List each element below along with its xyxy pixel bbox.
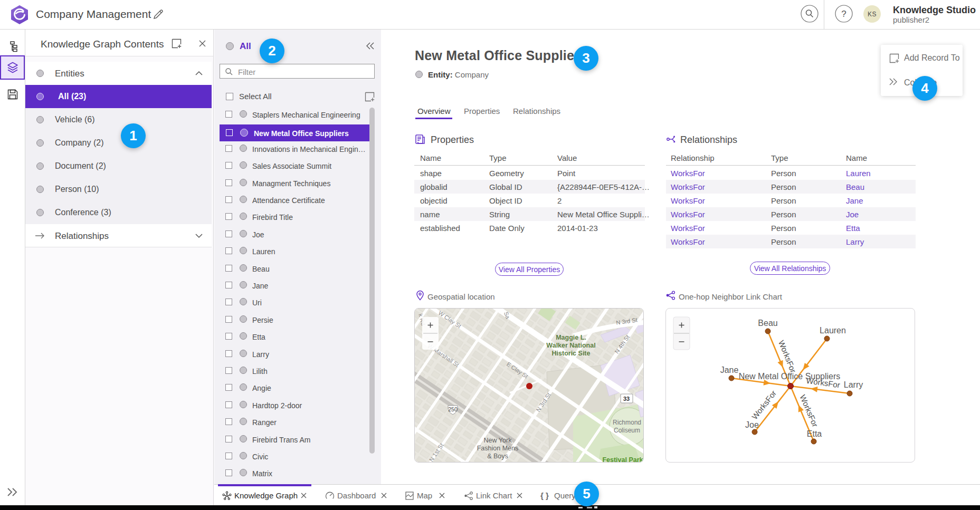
svg-text:Beau: Beau bbox=[758, 319, 777, 328]
svg-text:Coliseum: Coliseum bbox=[614, 427, 640, 434]
svg-text:Joe: Joe bbox=[745, 420, 759, 429]
svg-text:New York: New York bbox=[484, 437, 512, 444]
svg-text:Festival Park: Festival Park bbox=[602, 456, 643, 463]
svg-text:Lauren: Lauren bbox=[820, 326, 846, 335]
svg-text:Fashion Mens: Fashion Mens bbox=[477, 445, 519, 452]
svg-text:Maggie L.: Maggie L. bbox=[556, 334, 586, 341]
svg-text:Richmond: Richmond bbox=[613, 419, 641, 426]
svg-text:Etta: Etta bbox=[807, 429, 822, 438]
svg-text:Larry: Larry bbox=[844, 380, 863, 389]
svg-text:250: 250 bbox=[448, 406, 458, 412]
svg-text:Walker National: Walker National bbox=[546, 342, 595, 349]
svg-text:WorksFor: WorksFor bbox=[777, 339, 798, 374]
svg-text:33: 33 bbox=[623, 396, 630, 402]
svg-text:?: ? bbox=[841, 9, 846, 19]
svg-text:Historic Site: Historic Site bbox=[552, 350, 591, 357]
svg-text:& Boys: & Boys bbox=[487, 453, 508, 460]
svg-text:Jane: Jane bbox=[720, 365, 739, 374]
